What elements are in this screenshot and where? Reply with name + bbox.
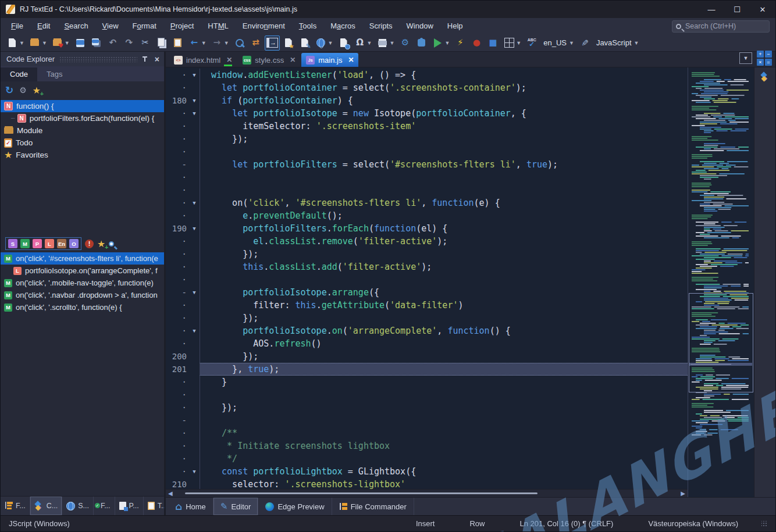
menu-item-tools[interactable]: Tools <box>292 18 323 34</box>
document-favorites-button[interactable] <box>281 35 296 51</box>
paste-button[interactable] <box>170 35 186 51</box>
undo-button[interactable]: ↶ <box>105 35 120 51</box>
tree-item[interactable]: Module <box>1 124 164 137</box>
code-line[interactable]: - let portfolioFilters = select('#screen… <box>166 158 688 171</box>
global-search-box[interactable] <box>672 20 770 33</box>
menu-item-view[interactable]: View <box>95 18 126 34</box>
sidebar-panel-tab-globecheck[interactable]: F... <box>94 497 115 515</box>
tab-close-icon[interactable]: ✕ <box>348 56 354 64</box>
dropdown-arrow-icon[interactable]: ▼ <box>224 40 229 46</box>
dropdown-arrow-icon[interactable]: ▼ <box>444 40 450 46</box>
code-line[interactable]: · <box>166 171 688 184</box>
event-list-item[interactable]: Mon('click', '.mobile-nav-toggle', funct… <box>1 277 164 289</box>
dock-tab-file-commander[interactable]: File Commander <box>332 498 414 515</box>
dropdown-arrow-icon[interactable]: ▼ <box>42 40 47 46</box>
horizontal-scrollbar[interactable]: ◀ ▶ <box>166 489 688 497</box>
tools-button[interactable]: ⚙ <box>397 35 412 51</box>
menu-item-scripts[interactable]: Scripts <box>362 18 400 34</box>
dropdown-arrow-icon[interactable]: ▼ <box>569 40 574 46</box>
dropdown-arrow-icon[interactable]: ▼ <box>328 40 333 46</box>
event-filter-l-badge[interactable]: L <box>45 239 54 248</box>
menu-item-macros[interactable]: Macros <box>323 18 362 34</box>
record-macro-button[interactable]: ● <box>469 35 484 51</box>
minimap[interactable] <box>688 67 754 497</box>
code-line[interactable]: · <box>166 184 688 197</box>
code-explorer-icon[interactable] <box>760 72 770 81</box>
dropdown-arrow-icon[interactable]: ▼ <box>389 40 394 46</box>
code-lines[interactable]: ·▼window.addEventListener('load', () => … <box>166 67 688 489</box>
dropdown-arrow-icon[interactable]: ▼ <box>201 40 207 46</box>
fold-arrow-icon[interactable]: ▼ <box>189 98 200 103</box>
document-tab-index-html[interactable]: <>index.html✕ <box>169 53 237 67</box>
resize-grip[interactable] <box>761 521 767 527</box>
code-line[interactable]: · <box>166 388 688 401</box>
split-button[interactable]: = <box>765 59 772 66</box>
add-favorite-icon[interactable]: ★ <box>33 85 41 96</box>
tree-item[interactable]: Todo <box>1 137 164 149</box>
code-line[interactable]: · filter: this.getAttribute('data-filter… <box>166 299 688 312</box>
menu-item-format[interactable]: Format <box>126 18 163 34</box>
fold-arrow-icon[interactable]: ▼ <box>189 110 200 116</box>
menu-item-file[interactable]: File <box>4 18 30 34</box>
code-line[interactable]: 210 selector: '.screenshots-lightbox' <box>166 478 688 489</box>
code-editor[interactable]: ·▼window.addEventListener('load', () => … <box>166 67 688 497</box>
print-button[interactable]: ▼ <box>375 35 396 51</box>
status-selection-mode[interactable]: Row <box>452 519 502 528</box>
code-line[interactable]: · let portfolioContainer = select('.scre… <box>166 81 688 94</box>
new-file-button[interactable]: ▼ <box>5 35 26 51</box>
save-button[interactable] <box>73 35 88 51</box>
toggle-side-panel-button[interactable] <box>265 35 280 51</box>
stop-button[interactable]: ■ <box>485 35 500 51</box>
copy-button[interactable] <box>154 35 169 51</box>
menu-item-project[interactable]: Project <box>163 18 201 34</box>
fold-arrow-icon[interactable]: ▼ <box>189 200 200 206</box>
event-list-item[interactable]: Mon('click', '.navbar .dropdown > a', fu… <box>1 289 164 301</box>
status-syntax[interactable]: JScript (Windows) <box>9 519 70 528</box>
navigate-forward-button[interactable]: →▼ <box>209 35 231 51</box>
panel-grip[interactable] <box>59 56 137 62</box>
code-line[interactable]: · <box>166 273 688 286</box>
minimize-button[interactable]: — <box>699 1 724 18</box>
layout-grid-button[interactable]: ▼ <box>501 35 523 51</box>
menu-item-help[interactable]: Help <box>440 18 470 34</box>
status-insert-mode[interactable]: Insert <box>398 519 453 528</box>
tree-item[interactable]: Nfunction() { <box>1 100 164 112</box>
fold-arrow-icon[interactable]: ▼ <box>189 290 200 295</box>
code-line[interactable]: -▼ portfolioIsotope.arrange({ <box>166 286 688 299</box>
split-editor-controls[interactable]: +−×= <box>757 51 772 66</box>
fold-arrow-icon[interactable]: ▼ <box>189 328 200 334</box>
code-line[interactable]: ·▼window.addEventListener('load', () => … <box>166 69 688 81</box>
cut-button[interactable]: ✂ <box>138 35 153 51</box>
plugins-button[interactable] <box>414 35 429 51</box>
code-line[interactable]: · */ <box>166 452 688 465</box>
dock-tab-editor[interactable]: ✎Editor <box>213 498 259 515</box>
code-line[interactable]: · this.classList.add('filter-active'); <box>166 260 688 273</box>
tree-item[interactable]: ┈NportfolioFilters.forEach(function(el) … <box>1 112 164 124</box>
code-line[interactable]: ·▼ portfolioIsotope.on('arrangeComplete'… <box>166 324 688 337</box>
open-file-button[interactable]: ▼ <box>27 35 49 51</box>
sidebar-panel-tab-globe[interactable]: S... <box>62 497 94 515</box>
status-caret-position[interactable]: Ln 201, Col 16 (0) ¶ (CRLF) <box>503 519 631 528</box>
code-line[interactable]: · }); <box>166 133 688 145</box>
event-list-item[interactable]: Mon('click', '#screenshots-flters li', f… <box>1 252 164 265</box>
status-encoding[interactable]: Västeuropeiska (Windows) <box>631 519 756 528</box>
dropdown-arrow-icon[interactable]: ▼ <box>367 40 372 46</box>
code-line[interactable]: 180▼ if (portfolioContainer) { <box>166 94 688 107</box>
code-line[interactable]: · }); <box>166 312 688 324</box>
code-line[interactable]: · itemSelector: '.screenshots-item' <box>166 120 688 133</box>
code-line[interactable]: · AOS.refresh() <box>166 337 688 350</box>
add-favorite-icon[interactable]: ★ <box>97 238 105 249</box>
code-line[interactable]: - <box>166 414 688 427</box>
tree-item[interactable]: ★Favorites <box>1 149 164 161</box>
event-filter-m-badge[interactable]: M <box>20 239 30 248</box>
settings-gear-icon[interactable]: ⚙ <box>19 85 27 95</box>
scroll-left-icon[interactable]: ◀ <box>168 491 173 497</box>
refresh-icon[interactable]: ↻ <box>5 84 13 96</box>
pin-icon[interactable] <box>142 56 148 63</box>
navigate-back-button[interactable]: ←▼ <box>187 35 208 51</box>
code-line[interactable]: · }); <box>166 401 688 414</box>
dropdown-arrow-icon[interactable]: ▼ <box>65 40 70 46</box>
dock-tab-home[interactable]: ⌂Home <box>168 498 213 515</box>
code-line[interactable]: · el.classList.remove('filter-active'); <box>166 235 688 248</box>
code-line[interactable]: ·▼ const portfolioLightbox = GLightbox({ <box>166 465 688 478</box>
